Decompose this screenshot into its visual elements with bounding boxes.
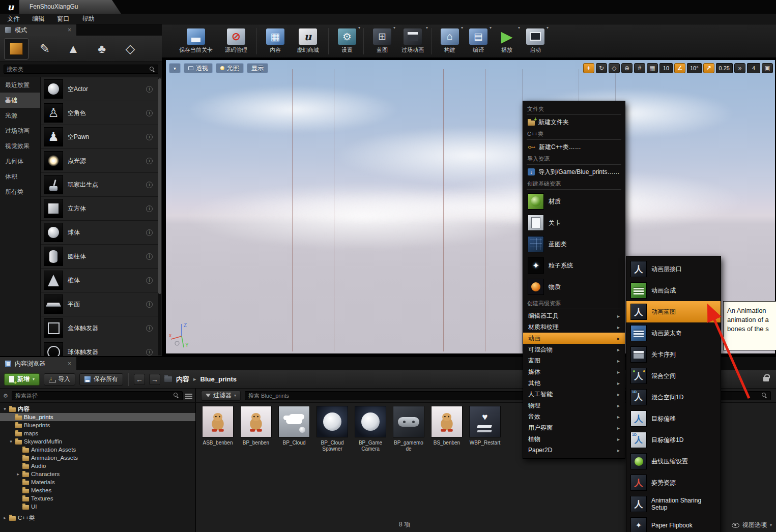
category-visual-effects[interactable]: 视觉效果	[0, 138, 40, 154]
settings-dropdown-caret-icon[interactable]	[358, 25, 360, 30]
geometry-mode-button[interactable]: ◇	[118, 38, 142, 60]
scale-snap-value[interactable]: 0.25	[716, 63, 733, 73]
submenu-item-animation-sharing-setup[interactable]: Animation Sharing Setup	[626, 493, 721, 515]
submenu-item-anim-montage[interactable]: 动画蒙太奇	[626, 322, 721, 344]
advanced-item-sounds[interactable]: 音效	[523, 411, 625, 422]
paint-mode-button[interactable]: ✎	[33, 38, 57, 60]
tree-item-blue-prints[interactable]: Blue_prints	[0, 413, 195, 421]
create-particle-system-item[interactable]: 粒子系统	[523, 255, 625, 276]
advanced-item-user-interface[interactable]: 用户界面	[523, 422, 625, 433]
window-tab[interactable]: FenShouXiangGu	[19, 0, 121, 14]
menu-edit[interactable]: 编辑	[32, 15, 45, 23]
tree-item-textures[interactable]: Textures	[0, 494, 195, 503]
add-new-button[interactable]: 新增	[4, 373, 40, 386]
forward-button[interactable]	[149, 374, 160, 385]
import-asset-item[interactable]: 导入到/Game/Blue_prints……	[523, 166, 625, 178]
caret-icon[interactable]	[16, 471, 20, 477]
tree-item-skywardmuffin[interactable]: SkywardMuffin	[0, 437, 195, 446]
advanced-item-blendables[interactable]: 可混合物	[523, 344, 625, 355]
move-tool-button[interactable]	[583, 63, 594, 73]
submenu-item-level-sequence[interactable]: 关卡序列	[626, 344, 721, 365]
submenu-item-blend-space[interactable]: 混合空间	[626, 365, 721, 387]
tree-item-blueprints[interactable]: Blueprints	[0, 421, 195, 429]
asset-tile-bs-benben[interactable]: BS_benben	[431, 406, 463, 446]
grid-snap-value[interactable]: 10	[659, 63, 673, 73]
view-options-button[interactable]: 视图选项	[732, 521, 772, 529]
place-item-cone[interactable]: 椎体	[41, 269, 158, 292]
tree-item-cpp-classes[interactable]: C++类	[0, 514, 195, 522]
close-icon[interactable]	[68, 360, 71, 367]
info-icon[interactable]	[146, 229, 153, 236]
content-browser-lock-icon[interactable]	[763, 377, 769, 381]
blueprints-button[interactable]: 蓝图	[367, 28, 397, 54]
advanced-item-blueprints[interactable]: 蓝图	[523, 355, 625, 366]
submenu-item-anim-composite[interactable]: 动画合成	[626, 280, 721, 301]
place-item-box-trigger[interactable]: 盒体触发器	[41, 316, 158, 340]
tree-item-animation-assets[interactable]: Animation Assets	[0, 446, 195, 454]
rotate-tool-button[interactable]	[596, 63, 607, 73]
place-item-empty-pawn[interactable]: 空Pawn	[41, 125, 158, 149]
scale-snap-button[interactable]	[703, 63, 714, 73]
save-all-button[interactable]: 保存所有	[79, 373, 123, 386]
play-button[interactable]: 播放	[492, 28, 522, 54]
lit-button[interactable]: 光照	[216, 63, 244, 73]
launch-button[interactable]: 启动	[520, 28, 551, 54]
place-item-player-start[interactable]: 玩家出生点	[41, 173, 158, 197]
asset-tile-bp-game-camera[interactable]: BP_Game Camera	[355, 406, 386, 452]
info-icon[interactable]	[146, 134, 153, 140]
content-browser-tab[interactable]: 内容浏览器	[0, 357, 76, 370]
tree-item-content-root[interactable]: 内容	[0, 405, 195, 413]
compile-button[interactable]: 编译	[463, 28, 494, 54]
content-button[interactable]: 内容	[260, 28, 291, 54]
place-item-sphere[interactable]: 球体	[41, 221, 158, 245]
place-item-cylinder[interactable]: 圆柱体	[41, 245, 158, 269]
category-geometry[interactable]: 几何体	[0, 154, 40, 169]
advanced-item-ai[interactable]: 人工智能	[523, 389, 625, 400]
tree-item-materials[interactable]: Materials	[0, 478, 195, 486]
submenu-item-anim-layer-interface[interactable]: 动画层接口	[626, 258, 721, 280]
info-icon[interactable]	[146, 277, 153, 284]
info-icon[interactable]	[146, 158, 153, 164]
grid-snap-button[interactable]	[647, 63, 658, 73]
asset-tile-bp-cloud-spawner[interactable]: BP_Cloud Spawner	[317, 406, 348, 452]
place-item-point-light[interactable]: 点光源	[41, 149, 158, 173]
category-recent[interactable]: 最近放置	[0, 77, 40, 93]
asset-tile-asb-benben[interactable]: ASB_benben	[202, 406, 234, 446]
create-level-item[interactable]: 关卡	[523, 212, 625, 233]
submenu-item-anim-blueprint[interactable]: 动画蓝图	[626, 301, 721, 322]
rotation-snap-value[interactable]: 10°	[687, 63, 702, 73]
show-button[interactable]: 显示	[247, 63, 268, 73]
class-search-box[interactable]	[4, 65, 158, 74]
sources-view-toggle-icon[interactable]	[185, 393, 192, 399]
landscape-mode-button[interactable]: ▲	[61, 38, 85, 60]
place-item-sphere-trigger[interactable]: 球体触发器	[41, 340, 158, 356]
info-icon[interactable]	[146, 301, 153, 308]
import-button[interactable]: 导入	[44, 373, 75, 386]
place-item-empty-actor[interactable]: 空Actor	[41, 77, 158, 101]
world-space-toggle-button[interactable]	[621, 63, 633, 73]
maximize-viewport-button[interactable]	[762, 63, 773, 73]
info-icon[interactable]	[146, 325, 153, 332]
place-item-plane[interactable]: 平面	[41, 292, 158, 316]
back-button[interactable]	[134, 374, 145, 385]
submenu-item-aim-offset-1d[interactable]: 目标偏移1D	[626, 429, 721, 451]
create-blueprint-class-item[interactable]: 蓝图类	[523, 233, 625, 255]
advanced-item-editor-utilities[interactable]: 编辑器工具	[523, 310, 625, 321]
new-folder-item[interactable]: 新建文件夹	[523, 116, 625, 128]
category-volumes[interactable]: 体积	[0, 169, 40, 184]
camera-speed-button[interactable]	[734, 63, 745, 73]
new-cpp-class-item[interactable]: 新建C++类……	[523, 141, 625, 153]
cinematics-button[interactable]: 过场动画	[395, 28, 430, 54]
rotation-snap-button[interactable]	[674, 63, 685, 73]
tree-item-audio[interactable]: Audio	[0, 462, 195, 470]
scrollbar-thumb[interactable]	[158, 78, 161, 294]
source-control-button[interactable]: 源码管理	[219, 28, 253, 54]
advanced-item-materials-textures[interactable]: 材质和纹理	[523, 321, 625, 333]
close-icon[interactable]	[68, 26, 71, 34]
caret-icon[interactable]	[9, 439, 13, 444]
save-level-button[interactable]: 保存当前关卡	[173, 28, 219, 54]
viewport-options-button[interactable]	[169, 63, 181, 73]
asset-tile-bp-cloud[interactable]: BP_Cloud	[278, 406, 310, 446]
cinematics-dropdown-caret-icon[interactable]	[426, 25, 428, 30]
info-icon[interactable]	[146, 182, 153, 188]
